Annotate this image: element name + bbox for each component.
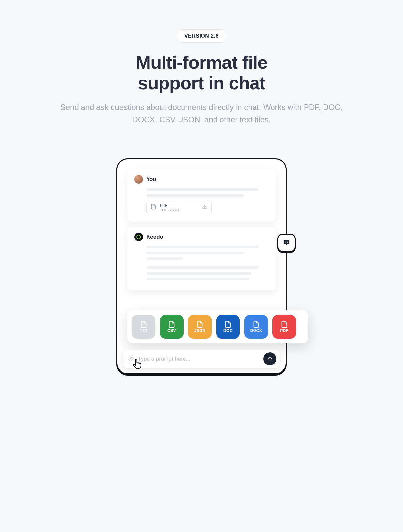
- bot-sender-label: Keedo: [146, 234, 163, 240]
- prompt-input[interactable]: [138, 356, 260, 362]
- download-icon[interactable]: [202, 204, 207, 211]
- user-message-card: You File PDF · 23 kB: [127, 169, 276, 222]
- format-txt[interactable]: TXT: [132, 315, 155, 339]
- page-subtitle: Send and ask questions about documents d…: [58, 101, 345, 125]
- title-line-1: Multi-format file: [136, 52, 268, 73]
- user-avatar: [134, 175, 143, 184]
- page-title: Multi-format file support in chat: [0, 52, 403, 93]
- file-meta: PDF · 23 kB: [160, 208, 199, 212]
- format-docx[interactable]: DOCX: [244, 315, 268, 339]
- formats-row: TXT CSV JSON DOC DOCX PDF: [127, 310, 308, 343]
- title-line-2: support in chat: [138, 73, 265, 93]
- send-button[interactable]: [263, 352, 276, 365]
- format-json-label: JSON: [194, 328, 206, 333]
- bot-message-text: [134, 246, 269, 280]
- bot-message-card: Keedo: [127, 227, 276, 290]
- svg-rect-4: [284, 240, 289, 244]
- format-csv[interactable]: CSV: [160, 315, 184, 339]
- format-pdf-label: PDF: [280, 328, 289, 333]
- attached-file-chip[interactable]: File PDF · 23 kB: [146, 200, 212, 215]
- bot-badge[interactable]: [277, 234, 296, 252]
- format-pdf[interactable]: PDF: [272, 315, 296, 339]
- user-message-text: [134, 188, 269, 197]
- format-docx-label: DOCX: [250, 328, 262, 333]
- file-name: File: [160, 203, 199, 208]
- user-sender-label: You: [146, 176, 156, 183]
- composer: [123, 350, 280, 368]
- version-badge: VERSION 2.6: [177, 29, 226, 43]
- svg-point-5: [285, 242, 286, 243]
- chat-device-frame: You File PDF · 23 kB: [116, 158, 287, 374]
- format-doc-label: DOC: [223, 328, 233, 333]
- format-doc[interactable]: DOC: [216, 315, 240, 339]
- format-json[interactable]: JSON: [188, 315, 212, 339]
- attach-icon[interactable]: [128, 355, 134, 363]
- bot-avatar: [134, 233, 143, 241]
- svg-point-6: [287, 242, 288, 243]
- format-txt-label: TXT: [140, 328, 148, 333]
- format-csv-label: CSV: [167, 328, 176, 333]
- file-icon: [150, 204, 156, 211]
